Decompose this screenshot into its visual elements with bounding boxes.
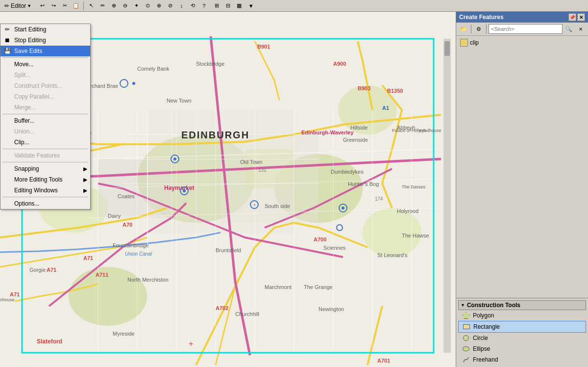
svg-rect-99 — [443, 39, 451, 353]
freehand-label: Freehand — [473, 356, 498, 363]
stop-editing-icon: ⏹ — [3, 36, 11, 44]
construction-tool-freehand[interactable]: Freehand — [458, 354, 586, 365]
svg-text:Newington: Newington — [318, 306, 344, 312]
circle-label: Circle — [473, 335, 488, 341]
svg-text:Daıry: Daıry — [108, 213, 121, 219]
toolbar-btn-14[interactable]: ⟲ — [187, 0, 198, 11]
circle-icon — [462, 334, 470, 342]
svg-text:Greenside: Greenside — [343, 137, 368, 143]
toolbar-view-3[interactable]: ▦ — [234, 0, 245, 11]
menu-item-save-edits[interactable]: 💾 Save Edits — [0, 46, 90, 56]
panel-toolbar-divider — [471, 25, 471, 33]
separator-5 — [2, 197, 88, 197]
toolbar-btn-13[interactable]: ↕ — [176, 0, 187, 11]
svg-text:Coates: Coates — [118, 193, 135, 199]
toolbar-btn-11[interactable]: ⊗ — [153, 0, 164, 11]
menu-item-clip[interactable]: Clip... — [0, 137, 90, 148]
svg-text:B1350: B1350 — [387, 88, 403, 94]
menu-item-snapping[interactable]: Snapping ▶ — [0, 163, 90, 174]
panel-close-button[interactable]: ✕ — [577, 13, 585, 21]
polygon-icon — [462, 312, 470, 319]
toolbar-btn-15[interactable]: ? — [198, 0, 209, 11]
svg-text:A700: A700 — [314, 236, 326, 242]
panel-clear-btn[interactable]: ✕ — [575, 24, 586, 34]
panel-gear-btn[interactable]: ⚙ — [473, 24, 484, 34]
menu-item-more-editing-tools[interactable]: More Editing Tools ▶ — [0, 174, 90, 185]
menu-item-construct-points: Construct Points... — [0, 80, 90, 91]
svg-text:A701: A701 — [377, 358, 390, 364]
toolbar-btn-9[interactable]: ✦ — [131, 0, 142, 11]
svg-text:A71: A71 — [10, 291, 20, 297]
construction-tools-header[interactable]: ▼ Construction Tools — [458, 300, 586, 310]
menu-item-stop-editing[interactable]: ⏹ Stop Editing — [0, 35, 90, 46]
start-editing-icon: ✏ — [3, 26, 11, 33]
toolbar-btn-1[interactable]: ↩ — [37, 0, 48, 11]
construction-tool-circle[interactable]: Circle — [458, 333, 586, 343]
toolbar-view-2[interactable]: ⊟ — [222, 0, 233, 11]
svg-text:Palace of Holyroodhouse: Palace of Holyroodhouse — [392, 128, 441, 133]
toolbar-view-1[interactable]: ⊞ — [211, 0, 222, 11]
polygon-label: Polygon — [473, 312, 494, 319]
toolbar-btn-10[interactable]: ⊙ — [142, 0, 153, 11]
toolbar-btn-4[interactable]: 📋 — [71, 0, 81, 11]
right-panel: Create Features 📌 ✕ 📁 ⚙ 🔍 ✕ — [456, 12, 588, 367]
svg-text:South side: South side — [265, 203, 290, 209]
toolbar-btn-3[interactable]: ✂ — [59, 0, 70, 11]
svg-text:A70: A70 — [122, 222, 132, 228]
svg-text:+: + — [189, 340, 193, 348]
editor-menu-button[interactable]: ✏ Editor ▼ — [1, 0, 35, 11]
more-editing-tools-arrow-icon: ▶ — [83, 177, 87, 183]
separator-4 — [2, 162, 88, 162]
toolbar-btn-7[interactable]: ⊕ — [108, 0, 119, 11]
menu-item-editing-windows[interactable]: Editing Windows ▶ — [0, 185, 90, 196]
svg-text:Dumbiedykes: Dumbiedykes — [331, 169, 364, 175]
svg-point-89 — [173, 157, 176, 160]
svg-rect-9 — [98, 159, 172, 218]
svg-text:Bruntsfield: Bruntsfield — [216, 247, 241, 253]
panel-pin-button[interactable]: 📌 — [568, 13, 576, 21]
svg-rect-10 — [220, 134, 318, 223]
svg-text:Stockbridge: Stockbridge — [196, 61, 224, 67]
svg-text:The Dasses: The Dasses — [402, 184, 426, 189]
panel-title: Create Features — [459, 14, 504, 21]
menu-item-options[interactable]: Options... — [0, 198, 90, 209]
svg-text:North Merchiston: North Merchiston — [127, 277, 169, 283]
svg-text:Hunter's Bog: Hunter's Bog — [348, 181, 379, 187]
svg-text:Churchhill: Churchhill — [235, 311, 259, 317]
svg-text:Edinburgh-Waverley: Edinburgh-Waverley — [301, 130, 354, 135]
svg-text:Union Canal: Union Canal — [125, 251, 152, 257]
construction-tool-polygon[interactable]: Polygon — [458, 310, 586, 321]
panel-folder-btn[interactable]: 📁 — [458, 24, 469, 34]
menu-item-validate-features: Validate Features — [0, 150, 90, 161]
editor-label: Editor — [11, 2, 26, 9]
editing-windows-arrow-icon: ▶ — [83, 188, 87, 193]
toolbar-btn-6[interactable]: ✏ — [97, 0, 108, 11]
toolbar-btn-8[interactable]: ⊖ — [120, 0, 130, 11]
panel-header: Create Features 📌 ✕ — [456, 12, 588, 23]
rectangle-icon — [463, 323, 470, 331]
toolbar-btn-12[interactable]: ⊘ — [165, 0, 175, 11]
toolbar-btn-2[interactable]: ↪ — [48, 0, 59, 11]
svg-text:Haymarket: Haymarket — [164, 184, 194, 191]
panel-search-btn[interactable]: 🔍 — [564, 24, 574, 34]
toolbar-btn-5[interactable]: ↖ — [86, 0, 97, 11]
freehand-icon — [462, 356, 470, 364]
construction-tool-ellipse[interactable]: Ellipse — [458, 343, 586, 354]
construction-tool-rectangle[interactable]: Rectangle — [458, 321, 586, 333]
separator-3 — [2, 149, 88, 149]
menu-item-buffer[interactable]: Buffer... — [0, 115, 90, 126]
editor-dropdown-menu: ✏ Start Editing ⏹ Stop Editing 💾 Save Ed… — [0, 24, 91, 210]
svg-text:A71: A71 — [83, 255, 93, 261]
menu-item-move[interactable]: Move... — [0, 59, 90, 70]
svg-text:+: + — [253, 203, 256, 208]
menu-item-start-editing[interactable]: ✏ Start Editing — [0, 24, 90, 35]
layer-item-clip[interactable]: clip — [458, 38, 586, 48]
svg-text:A71: A71 — [47, 267, 56, 273]
toolbar-dropdown[interactable]: ▼ — [245, 0, 256, 11]
layer-icon-clip — [460, 39, 468, 47]
svg-point-91 — [183, 189, 186, 192]
panel-search-input[interactable] — [489, 24, 563, 34]
menu-item-union: Union... — [0, 126, 90, 137]
save-edits-icon: 💾 — [3, 47, 11, 55]
construction-tools-collapse-icon: ▼ — [461, 303, 465, 308]
